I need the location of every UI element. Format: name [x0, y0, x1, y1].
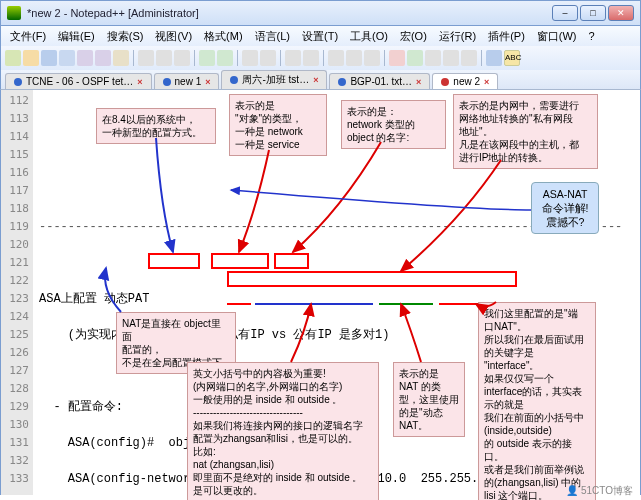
tab-label: BGP-01. txt…	[350, 76, 412, 87]
saved-dot-icon	[163, 78, 171, 86]
play-macro-icon[interactable]	[407, 50, 423, 66]
close-file-icon[interactable]	[77, 50, 93, 66]
menu-search[interactable]: 搜索(S)	[102, 29, 149, 44]
menu-help[interactable]: ?	[584, 30, 600, 42]
annotation-note: 表示的是： network 类型的 object 的名字:	[341, 100, 446, 149]
line-number: 126	[1, 344, 29, 362]
menu-tools[interactable]: 工具(O)	[345, 29, 393, 44]
find-icon[interactable]	[242, 50, 258, 66]
watermark: 👤 51CTO博客	[566, 484, 633, 498]
tab-label: new 1	[175, 76, 202, 87]
code-line: ----------------------------------------…	[39, 218, 640, 236]
line-gutter: 112 113 114 115 116 117 118 119 120 121 …	[1, 90, 33, 495]
line-number: 114	[1, 128, 29, 146]
tab-label: 周六-加班 tst…	[242, 73, 309, 87]
zoom-in-icon[interactable]	[285, 50, 301, 66]
saved-dot-icon	[14, 78, 22, 86]
menu-run[interactable]: 运行(R)	[434, 29, 481, 44]
stop-macro-icon[interactable]	[425, 50, 441, 66]
undo-icon[interactable]	[199, 50, 215, 66]
indent-guide-icon[interactable]	[364, 50, 380, 66]
tab-item[interactable]: TCNE - 06 - OSPF tet…×	[5, 73, 152, 89]
saved-dot-icon	[338, 78, 346, 86]
save-all-icon[interactable]	[59, 50, 75, 66]
close-all-icon[interactable]	[95, 50, 111, 66]
line-number: 124	[1, 308, 29, 326]
annotation-note: 英文小括号中的内容极为重要! (内网端口的名字,外网端口的名字) 一般使用的是 …	[187, 362, 379, 500]
line-number: 113	[1, 110, 29, 128]
titlebar: *new 2 - Notepad++ [Administrator] – □ ✕	[0, 0, 641, 26]
line-number: 122	[1, 272, 29, 290]
tab-item[interactable]: new 2×	[432, 73, 498, 89]
tab-close-icon[interactable]: ×	[484, 77, 489, 87]
line-number: 123	[1, 290, 29, 308]
menu-file[interactable]: 文件(F)	[5, 29, 51, 44]
new-file-icon[interactable]	[5, 50, 21, 66]
print-icon[interactable]	[113, 50, 129, 66]
line-number: 117	[1, 182, 29, 200]
tab-label: new 2	[453, 76, 480, 87]
annotation-note: 表示的是 "对象"的类型， 一种是 network 一种是 service	[229, 94, 327, 156]
menu-edit[interactable]: 编辑(E)	[53, 29, 100, 44]
tab-item[interactable]: 周六-加班 tst…×	[221, 70, 327, 89]
line-number: 115	[1, 146, 29, 164]
tab-label: TCNE - 06 - OSPF tet…	[26, 76, 133, 87]
window-title: *new 2 - Notepad++ [Administrator]	[27, 7, 552, 19]
menu-settings[interactable]: 设置(T)	[297, 29, 343, 44]
copy-icon[interactable]	[156, 50, 172, 66]
line-number: 121	[1, 254, 29, 272]
wrap-icon[interactable]	[328, 50, 344, 66]
minimize-button[interactable]: –	[552, 5, 578, 21]
annotation-note: 在8.4以后的系统中， 一种新型的配置方式。	[96, 108, 216, 144]
line-number: 131	[1, 434, 29, 452]
line-number: 127	[1, 362, 29, 380]
tab-close-icon[interactable]: ×	[137, 77, 142, 87]
tab-item[interactable]: BGP-01. txt…×	[329, 73, 430, 89]
playback-icon[interactable]	[443, 50, 459, 66]
menu-encoding[interactable]: 格式(M)	[199, 29, 248, 44]
zoom-out-icon[interactable]	[303, 50, 319, 66]
line-number: 133	[1, 470, 29, 488]
save-macro-icon[interactable]	[461, 50, 477, 66]
replace-icon[interactable]	[260, 50, 276, 66]
paste-icon[interactable]	[174, 50, 190, 66]
line-number: 120	[1, 236, 29, 254]
modified-dot-icon	[441, 78, 449, 86]
open-file-icon[interactable]	[23, 50, 39, 66]
menubar: 文件(F) 编辑(E) 搜索(S) 视图(V) 格式(M) 语言(L) 设置(T…	[0, 26, 641, 46]
line-number: 116	[1, 164, 29, 182]
annotation-note: 表示的是 NAT 的类 型，这里使用 的是"动态 NAT。	[393, 362, 465, 437]
menu-macro[interactable]: 宏(O)	[395, 29, 432, 44]
tab-close-icon[interactable]: ×	[416, 77, 421, 87]
annotation-note: 我们这里配置的是"端 口NAT"。 所以我们在最后面试用 的关键字是 "inte…	[478, 302, 596, 500]
line-number: 125	[1, 326, 29, 344]
tab-close-icon[interactable]: ×	[205, 77, 210, 87]
cut-icon[interactable]	[138, 50, 154, 66]
maximize-button[interactable]: □	[580, 5, 606, 21]
menu-view[interactable]: 视图(V)	[150, 29, 197, 44]
tab-item[interactable]: new 1×	[154, 73, 220, 89]
line-number: 128	[1, 380, 29, 398]
record-macro-icon[interactable]	[389, 50, 405, 66]
editor-area: 112 113 114 115 116 117 118 119 120 121 …	[0, 90, 641, 495]
line-number: 132	[1, 452, 29, 470]
menu-plugins[interactable]: 插件(P)	[483, 29, 530, 44]
line-number: 118	[1, 200, 29, 218]
menu-lang[interactable]: 语言(L)	[250, 29, 295, 44]
monitor-icon[interactable]	[486, 50, 502, 66]
line-number: 119	[1, 218, 29, 236]
all-chars-icon[interactable]	[346, 50, 362, 66]
line-number: 129	[1, 398, 29, 416]
tab-close-icon[interactable]: ×	[313, 75, 318, 85]
menu-window[interactable]: 窗口(W)	[532, 29, 582, 44]
toolbar: ABC	[0, 46, 641, 70]
app-icon	[7, 6, 21, 20]
close-button[interactable]: ✕	[608, 5, 634, 21]
abc-icon[interactable]: ABC	[504, 50, 520, 66]
redo-icon[interactable]	[217, 50, 233, 66]
annotation-note: 表示的是内网中，需要进行 网络地址转换的"私有网段 地址"。 凡是在该网段中的主…	[453, 94, 598, 169]
line-number: 112	[1, 92, 29, 110]
tabbar: TCNE - 06 - OSPF tet…× new 1× 周六-加班 tst……	[0, 70, 641, 90]
line-number: 130	[1, 416, 29, 434]
save-icon[interactable]	[41, 50, 57, 66]
